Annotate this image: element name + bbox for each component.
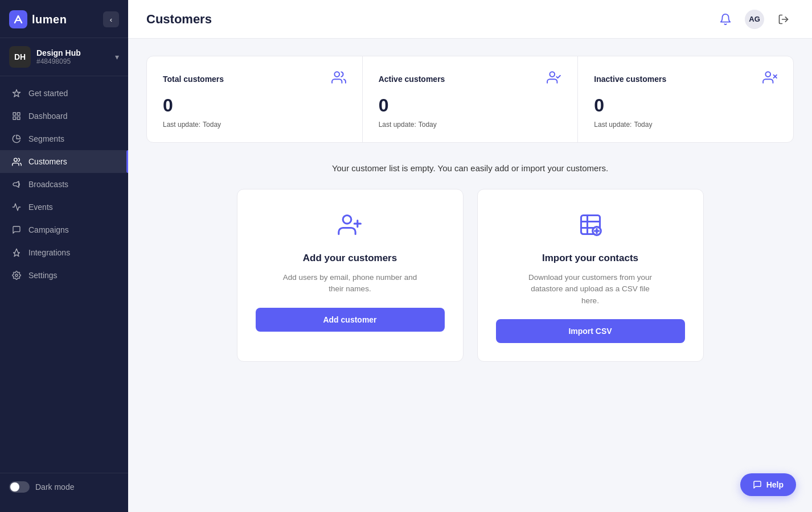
svg-rect-3 xyxy=(13,117,16,119)
sidebar-header: lumen ‹ xyxy=(0,0,128,38)
sidebar-collapse-button[interactable]: ‹ xyxy=(103,11,119,27)
stat-value-total: 0 xyxy=(163,95,346,116)
sidebar-item-broadcasts[interactable]: Broadcasts xyxy=(0,173,128,196)
sidebar-item-label: Events xyxy=(28,203,53,212)
sidebar-item-events[interactable]: Events xyxy=(0,196,128,218)
stat-label-active: Active customers xyxy=(379,75,445,84)
stat-value-active: 0 xyxy=(379,95,562,116)
help-label: Help xyxy=(766,480,784,489)
sidebar-item-label: Settings xyxy=(28,271,58,280)
svg-point-9 xyxy=(550,72,555,77)
sidebar-item-get-started[interactable]: Get started xyxy=(0,82,128,105)
last-update-label: Last update: xyxy=(594,121,631,129)
stat-header: Active customers xyxy=(379,70,562,88)
svg-rect-0 xyxy=(9,10,27,28)
inactive-customers-icon xyxy=(762,70,777,88)
nav-section: Get started Dashboard Segments Customers xyxy=(0,76,128,473)
empty-state: Your customer list is empty. You can eas… xyxy=(146,163,794,173)
svg-point-10 xyxy=(765,72,770,77)
add-customers-icon xyxy=(338,212,363,242)
stat-footer-inactive: Last update: Today xyxy=(594,121,777,129)
import-contacts-title: Import your contacts xyxy=(542,253,638,264)
add-customers-card: Add your customers Add users by email, p… xyxy=(237,189,464,362)
sidebar-item-integrations[interactable]: Integrations xyxy=(0,241,128,264)
sidebar-item-segments[interactable]: Segments xyxy=(0,127,128,150)
workspace-info: Design Hub #48498095 xyxy=(36,48,81,65)
stat-card-total: Total customers 0 Last update: Today xyxy=(147,56,363,142)
content-area: Total customers 0 Last update: Today Act… xyxy=(128,39,812,512)
topbar: Customers AG xyxy=(128,0,812,39)
sidebar-item-label: Campaigns xyxy=(28,225,69,234)
logout-button[interactable] xyxy=(773,9,794,30)
notification-button[interactable] xyxy=(715,9,736,30)
sidebar-item-label: Broadcasts xyxy=(28,180,68,189)
grid-icon xyxy=(11,111,22,121)
workspace-left: DH Design Hub #48498095 xyxy=(9,46,81,68)
pie-icon xyxy=(11,134,22,144)
sidebar-item-campaigns[interactable]: Campaigns xyxy=(0,218,128,241)
lumen-logo-icon xyxy=(9,10,27,28)
chat-icon xyxy=(11,225,22,235)
sidebar-item-label: Integrations xyxy=(28,248,70,257)
last-update-label: Last update: xyxy=(163,121,200,129)
last-update-label: Last update: xyxy=(379,121,416,129)
workspace-avatar: DH xyxy=(9,46,31,68)
sidebar-item-dashboard[interactable]: Dashboard xyxy=(0,105,128,127)
chat-bubble-icon xyxy=(753,480,762,489)
stat-date-inactive: Today xyxy=(634,121,652,129)
stat-value-inactive: 0 xyxy=(594,95,777,116)
stat-footer-total: Last update: Today xyxy=(163,121,346,129)
user-avatar-button[interactable]: AG xyxy=(745,10,764,29)
rocket-icon xyxy=(11,247,22,258)
dark-mode-switch[interactable] xyxy=(9,481,30,493)
workspace-id: #48498095 xyxy=(36,57,81,65)
import-csv-button[interactable]: Import CSV xyxy=(496,319,685,343)
stat-date-total: Today xyxy=(203,121,221,129)
sidebar-item-customers[interactable]: Customers xyxy=(0,150,128,173)
help-button[interactable]: Help xyxy=(740,473,796,496)
workspace-area[interactable]: DH Design Hub #48498095 ▾ xyxy=(0,38,128,76)
toggle-knob xyxy=(10,482,19,492)
empty-state-message: Your customer list is empty. You can eas… xyxy=(146,163,794,173)
add-customers-title: Add your customers xyxy=(303,253,397,264)
add-customer-button[interactable]: Add customer xyxy=(256,308,445,332)
action-cards: Add your customers Add users by email, p… xyxy=(237,189,704,362)
svg-point-13 xyxy=(343,216,351,224)
svg-point-8 xyxy=(334,72,339,77)
stat-header: Total customers xyxy=(163,70,346,88)
chevron-down-icon: ▾ xyxy=(115,52,119,61)
stat-date-active: Today xyxy=(419,121,437,129)
stat-header: Inactive customers xyxy=(594,70,777,88)
main-content: Customers AG Total customers 0 xyxy=(128,0,812,512)
activity-icon xyxy=(11,202,22,212)
users-icon xyxy=(11,156,22,167)
stat-card-inactive: Inactive customers 0 Last update: Today xyxy=(578,56,793,142)
stat-card-active: Active customers 0 Last update: Today xyxy=(363,56,579,142)
svg-rect-1 xyxy=(13,113,16,115)
import-contacts-card: Import your contacts Download your custo… xyxy=(477,189,704,362)
active-customers-icon xyxy=(547,70,561,88)
add-customers-desc: Add users by email, phone number and the… xyxy=(282,272,419,295)
logo-area: lumen xyxy=(9,10,67,28)
stats-row: Total customers 0 Last update: Today Act… xyxy=(146,56,794,143)
dark-mode-toggle[interactable]: Dark mode xyxy=(9,481,119,493)
stat-label-inactive: Inactive customers xyxy=(594,75,666,84)
star-icon xyxy=(11,88,22,98)
chevron-left-icon: ‹ xyxy=(110,15,112,24)
total-customers-icon xyxy=(331,70,346,88)
svg-rect-2 xyxy=(17,113,20,115)
svg-point-5 xyxy=(14,158,17,162)
sidebar-bottom: Dark mode xyxy=(0,473,128,501)
stat-label-total: Total customers xyxy=(163,75,224,84)
gear-icon xyxy=(11,270,22,280)
svg-rect-4 xyxy=(17,117,20,119)
topbar-actions: AG xyxy=(715,9,794,30)
sidebar-item-settings[interactable]: Settings xyxy=(0,264,128,287)
import-contacts-desc: Download your customers from your datast… xyxy=(522,272,659,307)
logout-icon xyxy=(778,14,789,25)
page-title: Customers xyxy=(146,12,212,27)
sidebar-item-label: Dashboard xyxy=(28,112,68,121)
sidebar-item-label: Get started xyxy=(28,89,68,98)
dark-mode-label: Dark mode xyxy=(35,482,74,492)
bell-icon xyxy=(719,13,732,26)
